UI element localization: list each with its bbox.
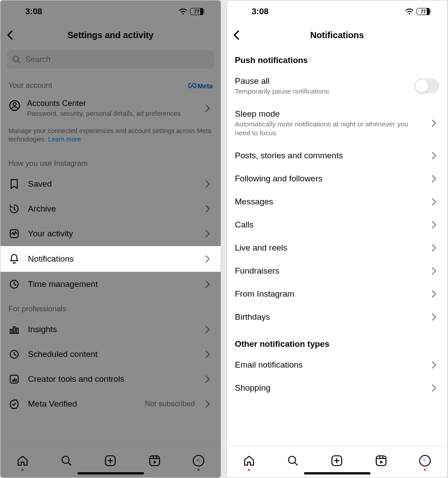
notifications-row[interactable]: Notifications: [0, 246, 221, 272]
chevron-right-icon: [431, 198, 439, 206]
messages-row[interactable]: Messages: [227, 190, 447, 213]
tab-home[interactable]: [242, 453, 257, 468]
your-account-header: Your account Meta: [0, 73, 221, 93]
posts-label: Posts, stories and comments: [235, 151, 425, 161]
chevron-right-icon: [431, 290, 439, 298]
svg-line-15: [69, 462, 71, 465]
search-icon: [12, 55, 21, 64]
search-input[interactable]: Search: [7, 50, 214, 69]
other-notification-types-header: Other notification types: [227, 329, 447, 353]
shopping-label: Shopping: [235, 383, 425, 393]
tab-home[interactable]: [15, 453, 30, 468]
back-button[interactable]: [7, 30, 14, 40]
tab-reels[interactable]: [374, 453, 389, 468]
svg-point-3: [13, 103, 16, 106]
status-right: 77: [179, 8, 205, 15]
your-activity-row[interactable]: Your activity: [0, 221, 221, 246]
home-indicator: [78, 472, 144, 474]
tab-create[interactable]: [329, 453, 344, 468]
meta-logo: Meta: [188, 82, 213, 90]
chevron-right-icon: [431, 384, 439, 392]
archive-icon: [8, 204, 20, 214]
messages-label: Messages: [235, 197, 425, 207]
birthdays-row[interactable]: Birthdays: [227, 306, 447, 329]
tab-search[interactable]: [285, 453, 300, 468]
accounts-center-icon: [8, 99, 21, 111]
clock-icon: [8, 279, 20, 290]
chevron-right-icon: [431, 313, 439, 321]
posts-row[interactable]: Posts, stories and comments: [227, 144, 447, 167]
bell-icon: [8, 253, 20, 265]
svg-rect-12: [14, 378, 16, 382]
search-placeholder: Search: [25, 55, 51, 64]
notification-dot: [198, 469, 200, 471]
svg-line-25: [295, 462, 298, 465]
bookmark-icon: [8, 179, 20, 189]
settings-scroll[interactable]: Your account Meta Accounts Center Passwo…: [0, 73, 221, 446]
creator-tools-row[interactable]: Creator tools and controls: [0, 367, 221, 392]
sleep-mode-title: Sleep mode: [235, 109, 425, 119]
fundraisers-row[interactable]: Fundraisers: [227, 259, 447, 282]
settings-screen: 3:08 77 Settings and activity Search You…: [0, 0, 221, 478]
svg-point-0: [13, 56, 19, 62]
chevron-right-icon: [205, 205, 213, 213]
meta-verified-label: Meta Verified: [28, 399, 137, 409]
svg-point-14: [62, 456, 69, 463]
calls-row[interactable]: Calls: [227, 213, 447, 236]
chevron-right-icon: [431, 119, 439, 127]
chevron-right-icon: [431, 175, 439, 183]
calls-label: Calls: [235, 220, 425, 230]
time-management-label: Time management: [28, 279, 197, 289]
pause-all-toggle[interactable]: [414, 78, 439, 94]
accounts-center-row[interactable]: Accounts Center Password, security, pers…: [0, 93, 221, 124]
tab-search[interactable]: [59, 453, 74, 468]
pause-all-subtitle: Temporarily pause notifications: [235, 87, 408, 96]
insights-icon: [8, 324, 20, 335]
verified-icon: [8, 399, 20, 409]
insights-row[interactable]: Insights: [0, 317, 221, 342]
chevron-right-icon: [431, 267, 439, 275]
meta-verified-row[interactable]: Meta Verified Not subscribed: [0, 392, 221, 416]
live-reels-row[interactable]: Live and reels: [227, 236, 447, 259]
svg-rect-29: [376, 456, 386, 466]
notifications-scroll[interactable]: Push notifications Pause all Temporarily…: [227, 47, 447, 446]
creator-tools-label: Creator tools and controls: [28, 374, 197, 384]
status-time: 3:08: [25, 7, 42, 16]
accounts-center-title: Accounts Center: [27, 99, 199, 108]
tab-dashboard[interactable]: [191, 453, 206, 468]
creator-tools-icon: [8, 374, 20, 384]
chevron-right-icon: [205, 104, 213, 112]
push-notifications-header: Push notifications: [227, 47, 447, 70]
status-bar: 3:08 77: [0, 0, 221, 23]
shopping-row[interactable]: Shopping: [227, 376, 447, 400]
archive-row[interactable]: Archive: [0, 196, 221, 221]
chevron-right-icon: [205, 375, 213, 383]
scheduled-label: Scheduled content: [28, 349, 197, 359]
chevron-right-icon: [205, 255, 213, 263]
page-title: Notifications: [310, 30, 364, 40]
scheduled-content-row[interactable]: Scheduled content: [0, 342, 221, 367]
following-label: Following and followers: [235, 174, 425, 184]
notifications-label: Notifications: [28, 254, 197, 264]
svg-rect-7: [13, 327, 15, 333]
from-instagram-row[interactable]: From Instagram: [227, 282, 447, 306]
tab-create[interactable]: [103, 453, 118, 468]
time-management-row[interactable]: Time management: [0, 272, 221, 297]
following-row[interactable]: Following and followers: [227, 167, 447, 190]
chevron-right-icon: [205, 230, 213, 238]
back-button[interactable]: [233, 30, 240, 40]
sleep-mode-row[interactable]: Sleep mode Automatically mute notificati…: [227, 102, 447, 144]
home-indicator: [304, 472, 370, 474]
saved-row[interactable]: Saved: [0, 172, 221, 196]
battery-icon: 77: [417, 8, 431, 15]
notification-dot: [248, 469, 250, 471]
notification-dot: [21, 469, 23, 471]
tab-dashboard[interactable]: [417, 453, 432, 468]
email-notifications-row[interactable]: Email notifications: [227, 353, 447, 376]
email-notifications-label: Email notifications: [235, 360, 425, 370]
clock-icon: [8, 349, 20, 360]
learn-more-link[interactable]: Learn more: [48, 136, 81, 143]
svg-line-1: [18, 61, 20, 63]
tab-reels[interactable]: [147, 453, 162, 468]
svg-point-24: [288, 456, 296, 463]
